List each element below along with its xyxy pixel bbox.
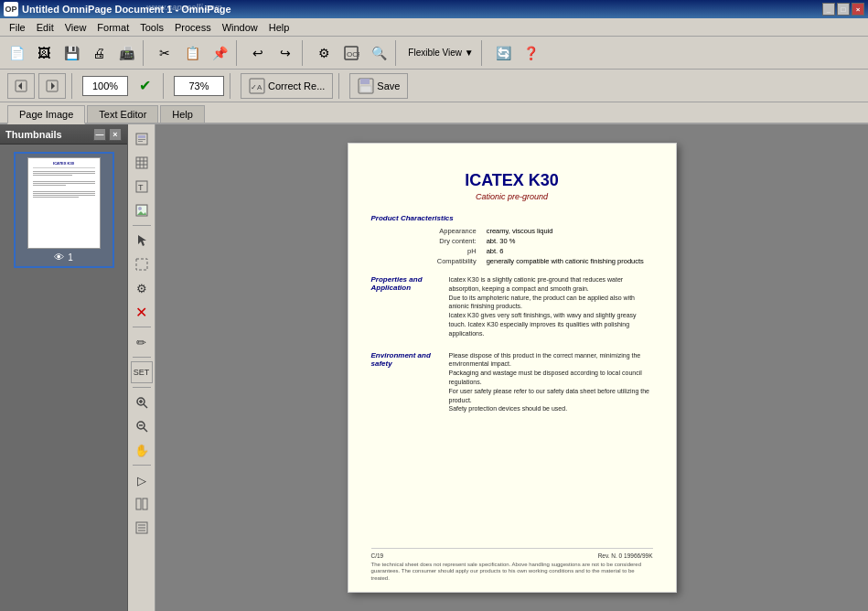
copy-button[interactable]: 📋 <box>179 40 205 66</box>
menu-format[interactable]: Format <box>91 20 134 35</box>
flexible-view-button[interactable]: Flexible View ▼ <box>404 40 477 66</box>
separator4 <box>395 40 401 66</box>
select-tool-button[interactable] <box>131 128 153 150</box>
menu-window[interactable]: Window <box>217 20 263 35</box>
svg-rect-15 <box>136 157 147 168</box>
separator-toolbar2-1 <box>71 73 77 99</box>
thumbnail-frame-1: ICATEX K30 <box>27 157 101 249</box>
thumb-line-7 <box>33 191 95 192</box>
minimize-button[interactable]: _ <box>822 3 835 16</box>
hand-tool-button[interactable]: ✋ <box>131 439 153 461</box>
table-value: abt. 30 % <box>484 236 653 246</box>
save-toolbar-button[interactable]: 💾 <box>59 40 84 66</box>
close-button[interactable]: × <box>852 3 864 16</box>
svg-marker-26 <box>138 235 146 246</box>
help-toolbar-button[interactable]: ❓ <box>518 40 543 66</box>
save-main-button[interactable]: Save <box>349 73 408 99</box>
tab-page-image[interactable]: Page Image <box>7 105 85 124</box>
menu-tools[interactable]: Tools <box>134 20 169 35</box>
menu-view[interactable]: View <box>59 20 92 35</box>
print-button[interactable]: 🖨 <box>86 40 112 66</box>
svg-rect-13 <box>138 139 145 140</box>
forward-button[interactable]: ▷ <box>131 469 153 491</box>
zoom-in-button[interactable] <box>131 391 153 413</box>
new-button[interactable]: 📄 <box>4 40 29 66</box>
thumb-line-1 <box>33 171 95 172</box>
thumb-divider <box>33 167 95 168</box>
save-label: Save <box>377 80 400 91</box>
svg-rect-10 <box>360 86 371 92</box>
table-label: Appearance <box>371 226 484 236</box>
correct-re-button[interactable]: ✓A Correct Re... <box>241 73 333 99</box>
document-title: ICATEX K30 <box>371 171 653 190</box>
title-bar: OP Untitled OmniPage Document 1 - OmniPa… <box>0 0 868 18</box>
image-button[interactable]: 🖼 <box>31 40 57 66</box>
app-icon: OP <box>4 2 18 16</box>
svg-rect-12 <box>138 135 145 138</box>
menu-file[interactable]: File <box>4 20 31 35</box>
section-label-col-env: Environment and safety <box>371 351 440 418</box>
table-label: Dry content: <box>371 236 484 246</box>
ocr-button[interactable]: OCR <box>338 40 364 66</box>
svg-marker-5 <box>51 82 55 90</box>
refresh-button[interactable]: 🔄 <box>490 40 516 66</box>
table-row: Dry content: abt. 30 % <box>371 236 653 246</box>
paste-button[interactable]: 📌 <box>207 40 232 66</box>
correct-re-label: Correct Re... <box>268 80 325 91</box>
menu-process[interactable]: Process <box>169 20 217 35</box>
menu-bar: File Edit View Format Tools Process Wind… <box>0 18 868 37</box>
thumbnail-page-number: 👁 1 <box>54 252 73 263</box>
document-footer: C/19 Rev. N. 0 19966/99K The technical s… <box>371 548 653 583</box>
text-tool-button[interactable]: T <box>131 176 153 198</box>
thumb-line-10 <box>33 197 79 198</box>
redo-button[interactable]: ↪ <box>273 40 298 66</box>
side-sep-4 <box>133 387 151 388</box>
thumb-line-9 <box>33 195 95 196</box>
maximize-button[interactable]: □ <box>837 3 850 16</box>
thumbnails-panel: Thumbnails — × ICATEX K30 <box>0 124 128 611</box>
zoom-out-button[interactable] <box>131 415 153 437</box>
next-page-button[interactable] <box>38 73 66 99</box>
footer-disclaimer: The technical sheet does not represent s… <box>371 562 653 583</box>
close-tool-button[interactable]: ✕ <box>131 301 153 323</box>
side-sep-3 <box>133 357 151 358</box>
thumbnail-page-1[interactable]: ICATEX K30 <box>14 152 114 268</box>
image-tool-button[interactable] <box>131 199 153 221</box>
cut-button[interactable]: ✂ <box>152 40 177 66</box>
menu-edit[interactable]: Edit <box>31 20 59 35</box>
zoom-input[interactable] <box>82 76 128 96</box>
zoom-toolbar-button[interactable]: 🔍 <box>366 40 391 66</box>
separator-toolbar2-2 <box>163 73 168 99</box>
svg-text:OCR: OCR <box>347 50 359 59</box>
tab-text-editor[interactable]: Text Editor <box>87 105 158 123</box>
svg-rect-27 <box>136 259 147 270</box>
prev-page-button[interactable] <box>7 73 35 99</box>
zone-button[interactable] <box>131 253 153 275</box>
section-content-properties: Icatex K30 is a slightly cationic pre-gr… <box>449 275 653 338</box>
table-tool-button[interactable] <box>131 152 153 174</box>
scanner-button[interactable]: 📠 <box>113 40 139 66</box>
arrow-tool-button[interactable] <box>131 230 153 252</box>
document-page: ICATEX K30 Cationic pre-ground Product C… <box>348 143 677 593</box>
list-button[interactable] <box>131 517 153 539</box>
undo-button[interactable]: ↩ <box>245 40 271 66</box>
set-button[interactable]: SET <box>131 361 153 383</box>
section-title-properties: Properties and Application <box>371 275 440 292</box>
columns-button[interactable] <box>131 493 153 515</box>
tab-help[interactable]: Help <box>160 105 205 123</box>
thumbnails-minimize-button[interactable]: — <box>93 128 106 141</box>
table-row: pH abt. 6 <box>371 246 653 256</box>
zoom-percent-input[interactable] <box>174 76 224 96</box>
zoom-confirm-button[interactable]: ✔ <box>132 73 157 99</box>
watermark: www.capocelli.com <box>146 3 222 12</box>
thumb-line-2 <box>33 173 95 174</box>
settings-tool-button[interactable]: ⚙ <box>131 277 153 299</box>
toolbar2: ✔ ✓A Correct Re... Save <box>0 70 868 102</box>
thumbnails-close-button[interactable]: × <box>109 128 122 141</box>
thumb-line-5 <box>33 183 95 184</box>
pencil-tool-button[interactable]: ✏ <box>131 331 153 353</box>
menu-help[interactable]: Help <box>263 20 295 35</box>
thumb-line-3 <box>33 175 72 176</box>
settings-button[interactable]: ⚙ <box>311 40 337 66</box>
toolbar1: 📄 🖼 💾 🖨 📠 ✂ 📋 📌 ↩ ↪ ⚙ OCR 🔍 Flexible Vie… <box>0 37 868 70</box>
